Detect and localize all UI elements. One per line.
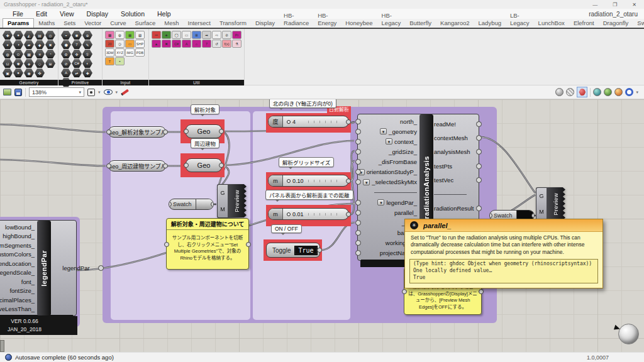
param-icon[interactable]: ⊞: [45, 59, 55, 68]
param-icon[interactable]: 20: [105, 40, 114, 48]
param-icon[interactable]: PDB: [135, 48, 145, 57]
param-icon[interactable]: ✳: [35, 50, 45, 58]
gh-canvas[interactable]: 日射解析 解析対象 周辺建物 北の向き (Y軸正方向が0) 解析グリッドサイズ …: [0, 99, 644, 352]
param-icon[interactable]: ▤: [35, 31, 45, 40]
ribbon-tab[interactable]: HB-Energy: [313, 11, 341, 28]
param-icon[interactable]: ◐: [82, 59, 92, 68]
ribbon-tab[interactable]: Display: [251, 19, 279, 28]
ribbon-tab[interactable]: Ladybug: [474, 19, 506, 28]
component-input[interactable]: ▾ orientationStudyP_: [358, 167, 479, 177]
param-icon[interactable]: ✎: [82, 40, 92, 49]
param-icon[interactable]: ●: [13, 69, 23, 77]
preview-input-g[interactable]: G: [539, 193, 543, 199]
param-icon[interactable]: ▭: [125, 40, 135, 48]
node-preview1[interactable]: G M Preview: [217, 184, 247, 218]
param-icon[interactable]: ◎: [45, 31, 55, 40]
node-swatch1[interactable]: Swatch: [169, 199, 214, 210]
param-icon[interactable]: ➡: [202, 31, 211, 39]
param-icon[interactable]: ◆: [35, 40, 45, 49]
node-geo2[interactable]: Geo: [186, 158, 222, 172]
ribbon-tab[interactable]: HB-Radiance: [279, 11, 313, 28]
slider-knob-icon[interactable]: [287, 120, 291, 124]
open-file-icon[interactable]: [3, 89, 11, 96]
param-icon[interactable]: A: [61, 69, 71, 77]
param-icon[interactable]: ✚: [82, 69, 92, 77]
chevron-down-icon[interactable]: ▾: [636, 90, 638, 95]
preview-selected-mode[interactable]: [577, 87, 587, 97]
param-icon[interactable]: ◯: [172, 31, 181, 39]
component-input[interactable]: customColors_: [0, 250, 76, 259]
param-icon[interactable]: XYZ: [115, 48, 125, 57]
component-input[interactable]: ▾ context_: [358, 137, 479, 146]
slider-knob-icon[interactable]: [287, 212, 291, 216]
param-icon[interactable]: 7: [202, 40, 211, 48]
ribbon-tab[interactable]: LB-Legacy: [506, 11, 534, 28]
param-icon[interactable]: ①: [82, 50, 92, 58]
component-input[interactable]: font_: [0, 277, 76, 286]
ribbon-tab[interactable]: Transform: [215, 19, 251, 28]
param-icon[interactable]: ▩: [105, 31, 114, 39]
component-input[interactable]: ▾ _geometry: [358, 127, 479, 136]
param-icon[interactable]: ✖: [45, 40, 55, 49]
component-input[interactable]: ▾ _selectedSkyMtx: [358, 177, 479, 187]
param-icon[interactable]: f(x): [222, 40, 231, 48]
param-icon[interactable]: ♣: [162, 31, 171, 39]
window-control-button[interactable]: ❐: [613, 2, 617, 8]
panel-label[interactable]: Geometry: [0, 80, 58, 85]
node-geo-sample2[interactable]: Geo_周辺建物サンプル: [108, 160, 166, 172]
param-icon[interactable]: SHP: [135, 40, 145, 48]
slider-knob-icon[interactable]: [287, 179, 291, 183]
param-icon[interactable]: ⬢: [61, 40, 71, 49]
component-input[interactable]: ▾ legendPar_: [358, 198, 479, 207]
param-icon[interactable]: ▦: [24, 50, 34, 58]
ribbon-tab[interactable]: Curve: [106, 19, 130, 28]
toggle-value[interactable]: True: [294, 246, 317, 255]
ribbon-tab[interactable]: HB-Legacy: [377, 11, 406, 28]
param-icon[interactable]: ✦: [3, 40, 13, 49]
param-icon[interactable]: ⊞: [192, 31, 201, 39]
component-input[interactable]: removeLessThan_: [0, 305, 76, 314]
component-input[interactable]: ▾ parallel_: [358, 208, 479, 217]
param-icon[interactable]: ✚: [3, 31, 13, 40]
menu-item[interactable]: Help: [151, 10, 177, 18]
panel-label[interactable]: Input: [103, 80, 148, 85]
param-icon[interactable]: ◉: [24, 69, 34, 77]
ribbon-tab[interactable]: Butterfly: [405, 19, 436, 28]
node-geo-sample1[interactable]: Geo_解析対象サンプル: [108, 126, 166, 138]
param-icon[interactable]: ✜: [35, 69, 45, 77]
param-icon[interactable]: ✖: [162, 40, 171, 48]
param-icon[interactable]: ◷: [115, 40, 125, 48]
preview-input-g[interactable]: G: [220, 190, 225, 196]
param-icon[interactable]: ⇨: [212, 31, 221, 39]
param-icon[interactable]: A: [182, 40, 191, 48]
menu-item[interactable]: Edit: [30, 10, 53, 18]
param-icon[interactable]: ◔: [45, 50, 55, 58]
param-icon[interactable]: ◇: [35, 59, 45, 68]
param-icon[interactable]: ⊕: [82, 31, 92, 40]
chevron-down-icon[interactable]: ▾: [98, 90, 101, 95]
param-icon[interactable]: ◭: [24, 31, 34, 40]
ribbon-tab[interactable]: Surface: [131, 19, 160, 28]
param-icon[interactable]: ⚗: [232, 40, 242, 48]
component-input[interactable]: fontSize_: [0, 287, 76, 295]
preview-wireframe-icon[interactable]: [566, 88, 574, 96]
ribbon-tab[interactable]: Elefront: [569, 19, 599, 28]
param-icon[interactable]: IMG: [125, 48, 135, 57]
node-preview2[interactable]: G M Preview: [536, 187, 565, 221]
preview-shaded-icon[interactable]: [555, 88, 564, 96]
param-icon[interactable]: ✺: [13, 59, 23, 68]
param-icon[interactable]: ⊡: [3, 59, 13, 68]
param-icon[interactable]: ⌂: [192, 40, 201, 48]
ribbon-tab[interactable]: Swan: [633, 19, 644, 28]
param-icon[interactable]: T: [105, 57, 114, 65]
param-icon[interactable]: 7: [72, 40, 82, 49]
node-geo1[interactable]: Geo: [186, 124, 222, 138]
param-icon[interactable]: ✥: [72, 50, 82, 58]
ribbon-tab[interactable]: Honeybee: [341, 19, 377, 28]
ribbon-tab[interactable]: Mesh: [160, 19, 183, 28]
param-icon[interactable]: ↺: [212, 40, 221, 48]
canvas-scroll-stub[interactable]: [0, 340, 4, 352]
param-icon[interactable]: C#: [172, 40, 181, 48]
swatch-color[interactable]: [196, 199, 213, 209]
menu-item[interactable]: View: [53, 10, 80, 18]
